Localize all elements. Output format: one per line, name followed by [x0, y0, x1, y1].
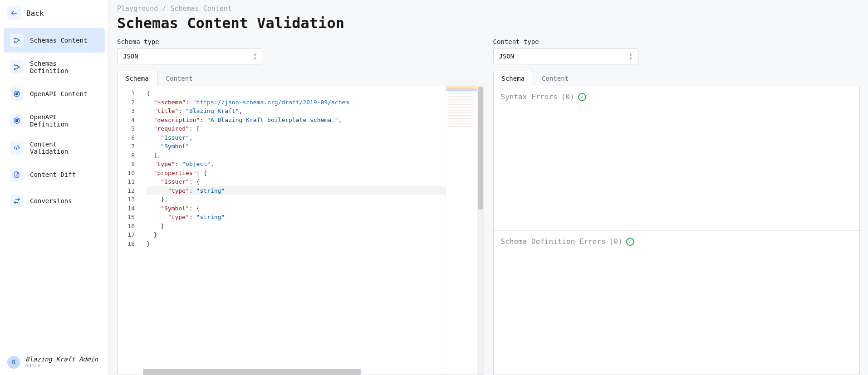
tab-schema[interactable]: Schema: [117, 71, 157, 86]
syntax-errors-section: Syntax Errors (0) ✓: [494, 86, 860, 231]
tab-schema[interactable]: Schema: [493, 71, 534, 86]
content-type-label: Content type: [493, 38, 860, 45]
syntax-errors-label: Syntax Errors: [501, 93, 558, 101]
back-label: Back: [26, 9, 44, 18]
user-name: Blazing Kraft Admin: [25, 356, 98, 363]
right-panel: Content type JSON ▴▾ Schema Content Synt…: [493, 38, 860, 375]
sidebar: Back Schemas Content Schemas Definition …: [0, 0, 109, 375]
right-tabs: Schema Content: [493, 71, 860, 86]
schema-type-select[interactable]: JSON ▴▾: [117, 48, 262, 64]
code-editor[interactable]: 123456789101112131415161718 { "$schema":…: [117, 86, 484, 375]
scrollbar-vertical[interactable]: [477, 86, 484, 375]
content-type-value: JSON: [499, 53, 515, 60]
sidebar-item-schemas-definition[interactable]: Schemas Definition: [4, 54, 105, 80]
svg-point-3: [18, 40, 20, 41]
sidebar-item-label: Content Diff: [30, 171, 76, 178]
tab-content[interactable]: Content: [157, 71, 201, 86]
sidebar-item-schemas-content[interactable]: Schemas Content: [4, 28, 105, 53]
sidebar-item-label: Conversions: [30, 197, 72, 205]
sidebar-item-conversions[interactable]: Conversions: [4, 189, 105, 213]
sidebar-item-label: Schemas Definition: [30, 60, 98, 74]
check-circle-icon: ✓: [626, 238, 634, 246]
breadcrumb-root[interactable]: Playground: [117, 5, 158, 13]
schema-type-value: JSON: [123, 53, 138, 60]
sidebar-item-label: OpenAPI Definition: [30, 113, 98, 128]
schema-icon: [10, 34, 24, 47]
errors-panel: Syntax Errors (0) ✓ Schema Definition Er…: [493, 86, 860, 375]
code-icon: [10, 141, 24, 155]
schema-def-errors-section: Schema Definition Errors (0) ✓: [494, 231, 860, 375]
sidebar-item-label: Schemas Content: [30, 37, 87, 44]
syntax-errors-count: (0): [561, 93, 574, 101]
breadcrumb-sep: /: [158, 5, 170, 13]
check-circle-icon: ✓: [578, 93, 586, 101]
line-gutter: 123456789101112131415161718: [118, 86, 143, 375]
chevron-updown-icon: ▴▾: [253, 52, 256, 60]
breadcrumb-leaf[interactable]: Schemas Content: [170, 5, 231, 13]
svg-point-4: [14, 65, 15, 66]
sidebar-nav: Back Schemas Content Schemas Definition …: [0, 0, 108, 349]
left-tabs: Schema Content: [117, 71, 484, 86]
svg-point-5: [14, 68, 15, 70]
content-type-select[interactable]: JSON ▴▾: [493, 48, 638, 64]
arrow-left-icon: [7, 6, 21, 20]
panels: Schema type JSON ▴▾ Schema Content 12345…: [117, 38, 860, 375]
sidebar-item-openapi-definition[interactable]: OpenAPI Definition: [4, 108, 105, 133]
svg-line-13: [16, 146, 18, 150]
document-icon: [10, 168, 24, 181]
svg-point-6: [18, 67, 20, 68]
avatar-initial: B: [12, 359, 15, 365]
main: Playground / Schemas Content Schemas Con…: [109, 0, 868, 375]
svg-point-2: [14, 42, 15, 43]
schema-icon: [10, 60, 24, 74]
tab-content[interactable]: Content: [533, 71, 577, 86]
avatar: B: [7, 356, 20, 369]
back-button[interactable]: Back: [0, 0, 108, 26]
schema-def-errors-count: (0): [609, 237, 623, 246]
left-panel: Schema type JSON ▴▾ Schema Content 12345…: [117, 38, 484, 375]
chevron-updown-icon: ▴▾: [629, 52, 633, 60]
schema-def-errors-label: Schema Definition Errors: [501, 237, 606, 246]
schema-type-label: Schema type: [117, 38, 484, 45]
sidebar-item-openapi-content[interactable]: OpenAPI Content: [4, 82, 105, 106]
sidebar-user[interactable]: B Blazing Kraft Admin admin: [0, 349, 108, 375]
page-title: Schemas Content Validation: [117, 15, 860, 32]
sidebar-item-label: Content Validation: [30, 141, 98, 155]
sidebar-item-content-diff[interactable]: Content Diff: [4, 162, 105, 187]
svg-point-1: [14, 38, 15, 39]
target-icon: [10, 114, 24, 127]
sidebar-item-content-validation[interactable]: Content Validation: [4, 135, 105, 161]
sidebar-item-label: OpenAPI Content: [30, 90, 87, 97]
code-area[interactable]: { "$schema": "https://json-schema.org/dr…: [143, 86, 446, 375]
user-role: admin: [25, 363, 98, 369]
scrollbar-horizontal[interactable]: [143, 369, 361, 375]
swap-icon: [10, 194, 24, 208]
target-icon: [10, 87, 24, 101]
breadcrumb: Playground / Schemas Content: [117, 5, 860, 13]
minimap[interactable]: [446, 86, 477, 375]
